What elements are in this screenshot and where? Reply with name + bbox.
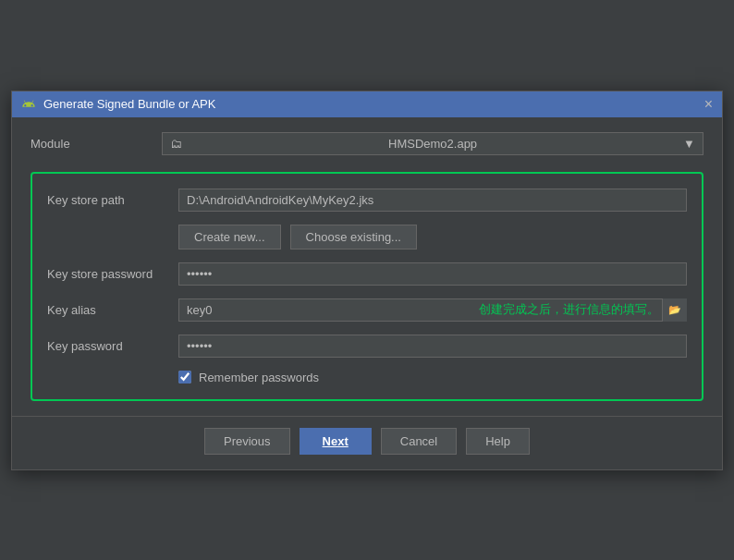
keystore-password-row: Key store password xyxy=(47,262,687,286)
keystore-password-input[interactable] xyxy=(178,262,687,286)
key-alias-label: Key alias xyxy=(47,303,167,317)
dialog-title: Generate Signed Bundle or APK xyxy=(43,97,215,111)
key-password-label: Key password xyxy=(47,339,167,353)
title-bar: Generate Signed Bundle or APK × xyxy=(12,91,722,117)
module-select[interactable]: 🗂 HMSDemo2.app ▼ xyxy=(162,132,703,155)
key-alias-row: Key alias 📂 创建完成之后，进行信息的填写。 xyxy=(47,298,687,322)
module-icon: 🗂 xyxy=(170,137,182,151)
dialog-footer: Previous Next Cancel Help xyxy=(12,416,722,469)
create-new-button[interactable]: Create new... xyxy=(178,225,281,250)
dialog: Generate Signed Bundle or APK × Module 🗂… xyxy=(11,91,723,470)
remember-passwords-checkbox[interactable] xyxy=(178,371,191,383)
keystore-password-label: Key store password xyxy=(47,267,167,281)
keystore-section: Key store path Create new... Choose exis… xyxy=(31,172,703,401)
dialog-body: Module 🗂 HMSDemo2.app ▼ Key store path C… xyxy=(12,117,722,416)
key-password-input[interactable] xyxy=(178,335,687,358)
keystore-buttons-row: Create new... Choose existing... xyxy=(178,225,687,250)
module-label: Module xyxy=(31,137,151,151)
key-alias-input-wrap: 📂 xyxy=(178,298,687,322)
dropdown-icon: ▼ xyxy=(683,137,695,151)
cancel-button[interactable]: Cancel xyxy=(381,428,457,455)
android-icon xyxy=(21,97,36,112)
module-value: HMSDemo2.app xyxy=(388,137,477,151)
help-button[interactable]: Help xyxy=(466,428,530,455)
keystore-path-input[interactable] xyxy=(178,189,687,212)
keystore-path-label: Key store path xyxy=(47,193,167,207)
module-row: Module 🗂 HMSDemo2.app ▼ xyxy=(31,132,703,155)
choose-existing-button[interactable]: Choose existing... xyxy=(290,225,417,250)
alias-browse-button[interactable]: 📂 xyxy=(662,298,687,322)
key-password-row: Key password xyxy=(47,335,687,358)
keystore-path-row: Key store path xyxy=(47,189,687,212)
previous-button[interactable]: Previous xyxy=(204,428,290,455)
close-button[interactable]: × xyxy=(704,97,713,112)
next-button[interactable]: Next xyxy=(300,428,372,455)
remember-passwords-row: Remember passwords xyxy=(178,371,687,384)
key-alias-input[interactable] xyxy=(178,298,687,322)
remember-passwords-label[interactable]: Remember passwords xyxy=(199,371,319,384)
title-bar-left: Generate Signed Bundle or APK xyxy=(21,97,215,112)
